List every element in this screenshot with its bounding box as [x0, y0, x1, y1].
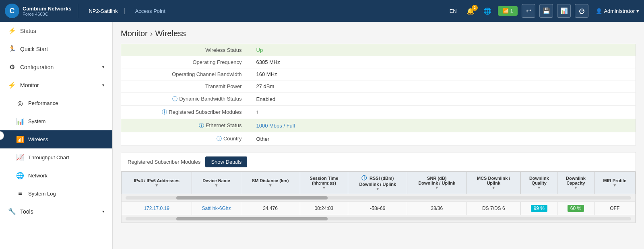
- filter-dl-quality[interactable]: ▼: [525, 185, 553, 190]
- monitor-arrow: ▾: [102, 83, 104, 87]
- brand-model: Force 4600C: [23, 12, 71, 16]
- configuration-icon: ⚙: [8, 63, 16, 71]
- th-session-time[interactable]: Session Time(hh:mm:ss) ▼: [300, 172, 348, 194]
- th-device-name[interactable]: Device Name ▼: [192, 172, 241, 194]
- value-rsm: 1: [250, 106, 636, 119]
- info-row-frequency: Operating Frequency 6305 MHz: [121, 56, 636, 68]
- info-row-wireless-status: Wireless Status Up: [121, 44, 636, 56]
- th-sm-distance[interactable]: SM Distance (km) ▼: [241, 172, 300, 194]
- signal-button[interactable]: 📶 1: [498, 6, 518, 16]
- filter-ipv4[interactable]: ▼: [126, 183, 188, 187]
- sidebar-label-system: System: [28, 118, 45, 124]
- nav-page: Access Point: [129, 8, 165, 14]
- cell-sm-distance: 34.476: [241, 202, 300, 215]
- value-dbs: Enabled: [250, 93, 636, 106]
- label-wireless-status: Wireless Status: [121, 44, 250, 56]
- sidebar-item-tools[interactable]: 🔧 Tools ▾: [0, 202, 112, 220]
- show-details-button[interactable]: Show Details: [205, 156, 247, 167]
- dl-capacity-badge: 60 %: [568, 205, 584, 212]
- info-icon-rsm: ⓘ: [162, 109, 167, 115]
- th-mcs[interactable]: MCS Downlink /Uplink ▼: [466, 172, 521, 194]
- power-button[interactable]: ⏻: [575, 4, 588, 18]
- user-menu[interactable]: 👤 Administrator ▾: [592, 8, 639, 14]
- filter-device-name[interactable]: ▼: [196, 183, 236, 187]
- sidebar-label-monitor: Monitor: [20, 82, 39, 88]
- th-mir-profile[interactable]: MIR Profile ▼: [594, 172, 635, 194]
- tools-icon: 🔧: [8, 208, 16, 215]
- sidebar-item-syslog[interactable]: ≡ System Log: [0, 185, 112, 202]
- cell-snr: 38/36: [407, 202, 466, 215]
- main-layout: ‹ ⚡ Status 🏃 Quick Start ⚙ Configuration…: [0, 22, 644, 249]
- sidebar-label-tools: Tools: [20, 208, 33, 215]
- filter-session-time[interactable]: ▼: [304, 185, 344, 190]
- sidebar-item-status[interactable]: ⚡ Status: [0, 22, 112, 40]
- sidebar-item-system[interactable]: 📊 System: [0, 112, 112, 130]
- th-dl-quality[interactable]: DownlinkQuality ▼: [521, 172, 557, 194]
- label-ethernet: ⓘEthernet Status: [121, 119, 250, 132]
- th-ipv4[interactable]: IPv4 / IPv6 Addresses ▼: [122, 172, 192, 194]
- globe-button[interactable]: 🌐: [481, 6, 494, 16]
- tools-arrow: ▾: [102, 209, 104, 214]
- cell-ipv4: 172.17.0.19: [122, 202, 192, 215]
- sidebar-item-monitor[interactable]: ⚡ Monitor ▾: [0, 76, 112, 94]
- cell-rssi: -58/-66: [348, 202, 407, 215]
- quickstart-icon: 🏃: [8, 45, 16, 53]
- filter-mir-profile[interactable]: ▼: [599, 183, 631, 187]
- th-dl-capacity[interactable]: DownlinkCapacity ▼: [557, 172, 594, 194]
- status-icon: ⚡: [8, 27, 16, 35]
- filter-snr[interactable]: ▼: [411, 185, 462, 190]
- filter-rssi[interactable]: ▼: [352, 187, 403, 191]
- breadcrumb-arrow: ›: [150, 29, 153, 38]
- cell-mcs: DS 7/DS 6: [466, 202, 521, 215]
- value-txpower: 27 dBm: [250, 80, 636, 93]
- cell-session-time: 00:24:03: [300, 202, 348, 215]
- page-title: Monitor › Wireless: [121, 29, 636, 38]
- scrollbar-bottom-row: [122, 215, 636, 223]
- table-header-row: IPv4 / IPv6 Addresses ▼ Device Name ▼ SM…: [122, 172, 636, 194]
- stats-button[interactable]: 📊: [557, 4, 571, 18]
- ipv4-link[interactable]: 172.17.0.19: [144, 206, 169, 211]
- cell-mir-profile: OFF: [594, 202, 635, 215]
- sidebar-item-throughput[interactable]: 📈 Throughput Chart: [0, 148, 112, 167]
- cell-device-name: Sattlink-6Ghz: [192, 202, 241, 215]
- value-country: Other: [250, 132, 636, 146]
- sidebar-label-performance: Performance: [28, 100, 58, 106]
- info-icon-ethernet: ⓘ: [199, 122, 204, 128]
- sidebar-item-network[interactable]: 🌐 Network: [0, 167, 112, 185]
- th-rssi[interactable]: ⓘ RSSI (dBm)Downlink / Uplink ▼: [348, 172, 407, 194]
- filter-dl-capacity[interactable]: ▼: [561, 185, 590, 190]
- filter-mcs[interactable]: ▼: [471, 185, 516, 190]
- network-icon: 🌐: [16, 172, 24, 179]
- info-row-ethernet: ⓘEthernet Status 1000 Mbps / Full: [121, 119, 636, 132]
- info-row-country: ⓘCountry Other: [121, 132, 636, 146]
- wireless-info-table: Wireless Status Up Operating Frequency 6…: [121, 44, 636, 146]
- sidebar-label-wireless: Wireless: [28, 136, 48, 142]
- sidebar-item-quickstart[interactable]: 🏃 Quick Start: [0, 40, 112, 58]
- value-ethernet: 1000 Mbps / Full: [250, 119, 636, 132]
- brand-logo: C: [5, 4, 19, 18]
- scroll-track-bottom[interactable]: [126, 217, 631, 220]
- th-snr[interactable]: SNR (dB)Downlink / Uplink ▼: [407, 172, 466, 194]
- undo-button[interactable]: ↩: [522, 4, 535, 18]
- label-bandwidth: Operating Channel Bandwidth: [121, 68, 250, 80]
- sidebar-item-wireless[interactable]: 📶 Wireless: [0, 130, 112, 148]
- sidebar-item-performance[interactable]: ◎ Performance: [0, 94, 112, 112]
- sidebar-item-configuration[interactable]: ⚙ Configuration ▾: [0, 58, 112, 76]
- sidebar-label-status: Status: [20, 28, 36, 34]
- alert-badge: 2: [472, 5, 478, 11]
- value-frequency: 6305 MHz: [250, 56, 636, 68]
- breadcrumb-parent: Monitor: [121, 29, 148, 38]
- alerts-button[interactable]: 🔔 2: [464, 6, 477, 16]
- device-name-link[interactable]: Sattlink-6Ghz: [202, 206, 231, 211]
- nav-language: EN: [446, 8, 460, 14]
- sidebar-label-throughput: Throughput Chart: [28, 154, 69, 161]
- info-row-txpower: Transmit Power 27 dBm: [121, 80, 636, 93]
- save-button[interactable]: 💾: [539, 4, 553, 18]
- table-row: 172.17.0.19 Sattlink-6Ghz 34.476 00:24:0…: [122, 202, 636, 215]
- subscriber-header-label: Registered Subscriber Modules: [128, 159, 200, 165]
- scroll-track-top[interactable]: [126, 196, 631, 200]
- subscriber-data-table: IPv4 / IPv6 Addresses ▼ Device Name ▼ SM…: [121, 171, 636, 223]
- main-content: Monitor › Wireless Wireless Status Up Op…: [113, 22, 644, 249]
- configuration-arrow: ▾: [102, 65, 104, 69]
- filter-sm-distance[interactable]: ▼: [245, 183, 296, 187]
